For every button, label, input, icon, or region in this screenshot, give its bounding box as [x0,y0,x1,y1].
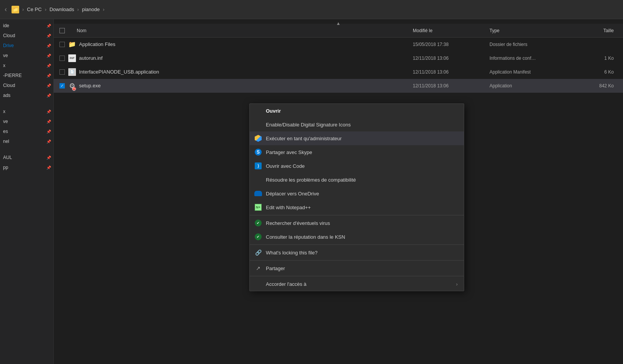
file-check-2[interactable] [57,69,68,75]
file-checkbox-1[interactable] [59,56,65,61]
manifest-icon-2: 📄 [68,67,77,77]
file-checkbox-2[interactable] [59,69,65,75]
cm-item-skype[interactable]: S Partager avec Skype [250,145,464,159]
breadcrumb-separator-0: › [22,7,24,12]
cm-item-compat[interactable]: Résoudre les problèmes de compatibilité [250,173,464,187]
file-row-0[interactable]: 📁 Application Files 15/05/2018 17:38 Dos… [54,38,623,51]
pin-icon-11: 📌 [46,139,51,144]
cm-item-digital-sig[interactable]: Enable/Disable Digital Signature Icons [250,118,464,131]
cm-separator-3 [250,260,464,261]
cm-item-npp[interactable]: N+ Edit with Notepad++ [250,200,464,214]
back-arrow-icon[interactable]: ‹ [5,5,7,13]
pin-icon-2: 📌 [46,44,51,48]
pin-icon-13: 📌 [46,166,51,170]
breadcrumb-separator-3: › [103,7,104,12]
breadcrumb-separator-2: › [77,7,79,12]
sidebar-item-11[interactable]: nel 📌 [0,136,53,146]
cm-item-run-admin[interactable]: Exécuter en tant qu'administrateur [250,131,464,145]
col-header-size[interactable]: Taille [574,28,620,33]
sidebar-item-7[interactable]: ads 📌 [0,90,53,100]
cm-item-ksn[interactable]: ✔ Consulter la réputation dans le KSN [250,230,464,244]
inf-icon-1: INF [68,54,77,63]
file-checkbox-3[interactable] [59,83,65,89]
file-date-0: 15/05/2018 17:38 [413,42,490,47]
file-name-col-0: 📁 Application Files [68,40,413,49]
breadcrumb-downloads[interactable]: Downloads [48,6,76,13]
cm-label-compat: Résoudre les problèmes de compatibilité [266,177,356,183]
file-size-2: 6 Ko [574,69,620,75]
col-header-name[interactable]: Nom [68,28,413,33]
cm-item-virus[interactable]: ✔ Rechercher d'éventuels virus [250,216,464,230]
file-name-col-1: INF autorun.inf [68,54,413,63]
file-date-2: 12/11/2018 13:06 [413,69,490,75]
file-checkbox-0[interactable] [59,42,65,47]
cm-label-access: Accorder l'accès à [266,281,307,287]
cm-item-onedrive[interactable]: Déplacer vers OneDrive [250,187,464,200]
cm-item-ouvrir[interactable]: Ouvrir [250,104,464,118]
cm-item-access[interactable]: Accorder l'accès à › [250,277,464,291]
pin-icon-9: 📌 [46,120,51,124]
cm-item-vscode[interactable]: ⟩ Ouvrir avec Code [250,159,464,173]
file-type-2: Application Manifest [490,69,574,75]
file-name-1: autorun.inf [79,55,102,61]
cm-separator-1 [250,215,464,215]
header-checkbox-col [57,28,68,33]
col-header-date[interactable]: Modifié le [413,28,490,33]
file-size-3: 842 Ko [574,83,620,89]
sidebar-item-4[interactable]: x 📌 [0,61,53,71]
cm-icon-run-admin [254,134,262,142]
cm-label-digital-sig: Enable/Disable Digital Signature Icons [266,122,351,128]
file-name-col-3: ⚙ ⛔ setup.exe [68,81,413,90]
breadcrumb-home-icon: 📁 [12,6,19,13]
file-type-0: Dossier de fichiers [490,42,574,47]
file-type-1: Informations de conf… [490,56,574,61]
cm-label-ksn: Consulter la réputation dans le KSN [266,234,345,240]
cm-icon-virus: ✔ [254,219,262,227]
cm-item-share[interactable]: ↗ Partager [250,261,464,275]
sidebar-item-12[interactable]: AUL 📌 [0,152,53,162]
scroll-up-indicator[interactable]: ▲ [336,21,341,26]
sidebar: ide 📌 Cloud 📌 Drive 📌 ve 📌 x 📌 -PIERRE 📌… [0,19,54,364]
folder-icon-0: 📁 [68,40,77,49]
cm-separator-2 [250,244,464,245]
file-check-0[interactable] [57,42,68,47]
file-name-2: InterfacePIANODE_USB.application [79,69,159,75]
pin-icon-5: 📌 [46,74,51,78]
breadcrumb-separator-1: › [45,7,46,12]
file-row-3[interactable]: ⚙ ⛔ setup.exe 12/11/2018 13:06 Applicati… [54,79,623,93]
file-check-1[interactable] [57,56,68,61]
pin-icon-12: 📌 [46,156,51,160]
sidebar-item-8[interactable]: x 📌 [0,107,53,116]
sidebar-item-9[interactable]: ve 📌 [0,116,53,126]
select-all-checkbox[interactable] [59,28,65,33]
sidebar-item-6[interactable]: Cloud 📌 [0,80,53,90]
sidebar-item-3[interactable]: ve 📌 [0,51,53,61]
cm-label-run-admin: Exécuter en tant qu'administrateur [266,136,342,141]
breadcrumb-ce-pc[interactable]: Ce PC [25,6,43,13]
sidebar-item-5[interactable]: -PIERRE 📌 [0,71,53,80]
cm-item-lock[interactable]: 🔗 What's locking this file? [250,246,464,259]
sidebar-item-10[interactable]: es 📌 [0,126,53,136]
pin-icon-7: 📌 [46,93,51,98]
exe-shield-overlay: ⛔ [72,87,76,91]
file-row-2[interactable]: 📄 InterfacePIANODE_USB.application 12/11… [54,65,623,79]
cm-label-vscode: Ouvrir avec Code [266,163,305,169]
cm-submenu-arrow: › [456,281,458,287]
file-date-3: 12/11/2018 13:06 [413,83,490,89]
pin-icon-8: 📌 [46,110,51,114]
sidebar-item-13[interactable]: pp 📌 [0,162,53,172]
file-row-1[interactable]: INF autorun.inf 12/11/2018 13:06 Informa… [54,51,623,65]
file-size-1: 1 Ko [574,56,620,61]
breadcrumb-bar: ‹ 📁 › Ce PC › Downloads › pianode › [0,0,623,19]
col-header-type[interactable]: Type [490,28,574,33]
cm-icon-ksn: ✔ [254,233,262,241]
sidebar-item-1[interactable]: Cloud 📌 [0,31,53,41]
file-check-3[interactable] [57,83,68,89]
breadcrumb-pianode[interactable]: pianode [81,6,101,13]
file-name-col-2: 📄 InterfacePIANODE_USB.application [68,67,413,77]
pin-icon-6: 📌 [46,84,51,88]
sidebar-item-2[interactable]: Drive 📌 [0,41,53,51]
cm-separator-4 [250,276,464,276]
cm-icon-ouvrir [254,107,262,115]
sidebar-item-0[interactable]: ide 📌 [0,21,53,31]
